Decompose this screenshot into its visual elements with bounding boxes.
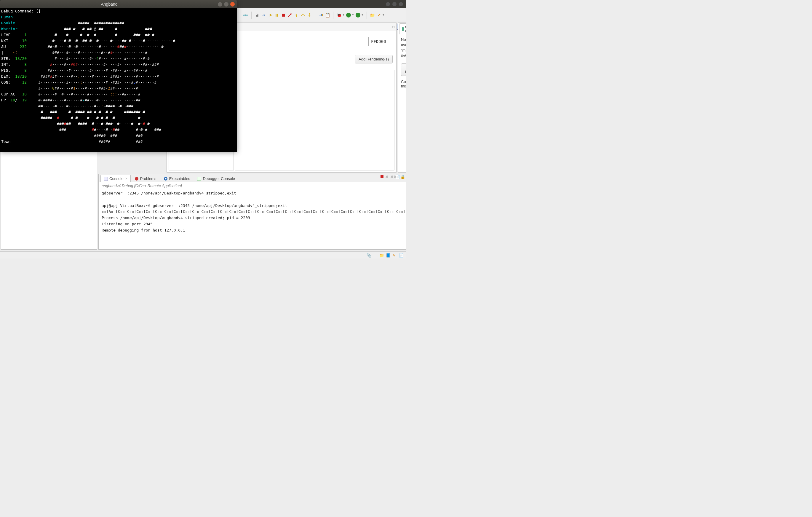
svg-rect-8 bbox=[322, 14, 323, 16]
tab-problems[interactable]: ! Problems bbox=[131, 175, 160, 182]
instruction-step-icon[interactable] bbox=[318, 12, 324, 18]
tab-executables[interactable]: Executables bbox=[160, 175, 194, 182]
step-return-icon[interactable] bbox=[307, 12, 312, 18]
tab-debugger-console[interactable]: Debugger Console bbox=[194, 175, 238, 182]
binary-icon[interactable]: 0101 bbox=[243, 12, 248, 18]
editor-tab-label: main() at 0x5 bbox=[405, 25, 406, 33]
disconnect-icon[interactable] bbox=[287, 12, 292, 18]
sb-icon[interactable]: 📎 bbox=[367, 253, 371, 257]
debugger-console-icon bbox=[197, 177, 201, 181]
remove-all-icon[interactable]: ✖✖ bbox=[390, 175, 395, 179]
separator bbox=[251, 11, 252, 19]
console-tabs: Console ✕ ! Problems Executables Debugge… bbox=[99, 174, 406, 182]
console-icon bbox=[104, 177, 108, 181]
svg-point-10 bbox=[135, 177, 138, 180]
svg-point-5 bbox=[290, 13, 292, 15]
step-into-icon[interactable] bbox=[294, 12, 299, 18]
editor-tab-main[interactable]: main() at 0x5 ✕ bbox=[399, 23, 406, 34]
console-output[interactable]: gdbserver :2345 /home/apj/Desktop/angban… bbox=[99, 189, 406, 235]
close-icon[interactable] bbox=[230, 2, 235, 6]
run-icon[interactable] bbox=[346, 12, 351, 18]
no-source-message: No source available for "main() at 0x555… bbox=[398, 34, 406, 63]
wand-icon[interactable] bbox=[376, 12, 382, 18]
tab-console[interactable]: Console ✕ bbox=[100, 175, 131, 182]
maximize-panel-icon[interactable]: □ bbox=[393, 25, 395, 29]
angband-titlebar[interactable]: Angband bbox=[0, 0, 237, 8]
minimize-icon[interactable] bbox=[218, 2, 222, 6]
svg-rect-13 bbox=[380, 175, 383, 178]
separator bbox=[333, 11, 334, 19]
remove-launch-icon[interactable]: ✖ bbox=[385, 175, 389, 179]
dropdown-arrow-icon[interactable]: ▼ bbox=[382, 13, 385, 16]
svg-text:0101: 0101 bbox=[243, 14, 248, 17]
clear-icon[interactable]: 📄 bbox=[395, 175, 400, 179]
view-disassembly-button[interactable]: View Disassembly... bbox=[401, 63, 406, 76]
separator bbox=[315, 11, 315, 19]
separator bbox=[367, 11, 367, 19]
tab-label: Console bbox=[109, 176, 123, 181]
pin-icon[interactable]: 📌 bbox=[405, 175, 406, 179]
console-toolbar: ✖ ✖✖ 📄 🔒 📌 🖥 ▾ ▾ — □ bbox=[380, 175, 406, 179]
add-rendering-button[interactable]: Add Rendering(s) bbox=[355, 55, 393, 63]
svg-rect-3 bbox=[282, 13, 285, 17]
minimize-icon[interactable] bbox=[386, 2, 390, 6]
problems-icon: ! bbox=[135, 177, 139, 181]
terminate-icon[interactable] bbox=[380, 175, 384, 179]
angband-title: Angband bbox=[2, 2, 216, 6]
close-icon[interactable] bbox=[399, 2, 403, 6]
scroll-lock-icon[interactable]: 🔒 bbox=[400, 175, 405, 179]
tab-label: Executables bbox=[169, 176, 190, 181]
monitor-icon[interactable]: 🖥 bbox=[255, 12, 260, 18]
resume-icon[interactable] bbox=[268, 12, 273, 18]
bug-icon[interactable]: 🐞 bbox=[336, 12, 342, 18]
console-launch-label: angbandv4 Debug [C/C++ Remote Applicatio… bbox=[99, 182, 406, 189]
svg-point-4 bbox=[288, 16, 289, 17]
c-file-icon bbox=[402, 27, 404, 31]
svg-point-7 bbox=[309, 13, 310, 14]
executables-icon bbox=[164, 177, 168, 181]
dropdown-arrow-icon[interactable]: ▼ bbox=[342, 13, 345, 16]
minimize-panel-icon[interactable]: — bbox=[388, 25, 391, 29]
svg-rect-1 bbox=[276, 13, 277, 17]
sb-icon[interactable]: 📘 bbox=[386, 253, 390, 257]
maximize-icon[interactable] bbox=[224, 2, 229, 6]
tab-label: Problems bbox=[140, 176, 156, 181]
memory-renderings-area[interactable] bbox=[235, 70, 395, 170]
console-panel: Console ✕ ! Problems Executables Debugge… bbox=[98, 174, 406, 250]
drop-to-frame-icon[interactable]: 📋 bbox=[325, 12, 330, 18]
dropdown-arrow-icon[interactable]: ▼ bbox=[352, 13, 354, 16]
svg-point-6 bbox=[296, 16, 297, 17]
maximize-icon[interactable] bbox=[393, 2, 397, 6]
source-panel: main() at 0x5 ✕ — □ No source available … bbox=[398, 23, 406, 173]
sb-icon[interactable]: 📄 bbox=[399, 253, 403, 257]
skip-icon[interactable] bbox=[261, 12, 266, 18]
angband-window[interactable]: Angband Debug Command: []HumanRookie ###… bbox=[0, 0, 237, 152]
angband-terminal[interactable]: Debug Command: []HumanRookie ##### #####… bbox=[0, 8, 237, 152]
tab-label: Debugger Console bbox=[203, 176, 235, 181]
svg-text:!: ! bbox=[136, 177, 137, 180]
close-tab-icon[interactable]: ✕ bbox=[125, 177, 127, 180]
memory-address-input[interactable] bbox=[368, 37, 392, 46]
suspend-icon[interactable] bbox=[274, 12, 280, 18]
profile-icon[interactable] bbox=[355, 12, 361, 18]
svg-rect-2 bbox=[277, 13, 278, 17]
dropdown-arrow-icon[interactable]: ▼ bbox=[361, 13, 364, 16]
step-over-icon[interactable] bbox=[300, 12, 306, 18]
separator bbox=[375, 253, 375, 258]
configure-editor-message: Configure when this editor bbox=[398, 80, 406, 88]
terminate-icon[interactable] bbox=[281, 12, 286, 18]
status-bar: 📎 📁 📘 ✎ 📄 bbox=[0, 251, 406, 258]
sb-icon[interactable]: ✎ bbox=[393, 253, 397, 257]
sb-icon[interactable]: 📁 bbox=[379, 253, 383, 257]
folder-icon[interactable]: 📁 bbox=[370, 12, 375, 18]
